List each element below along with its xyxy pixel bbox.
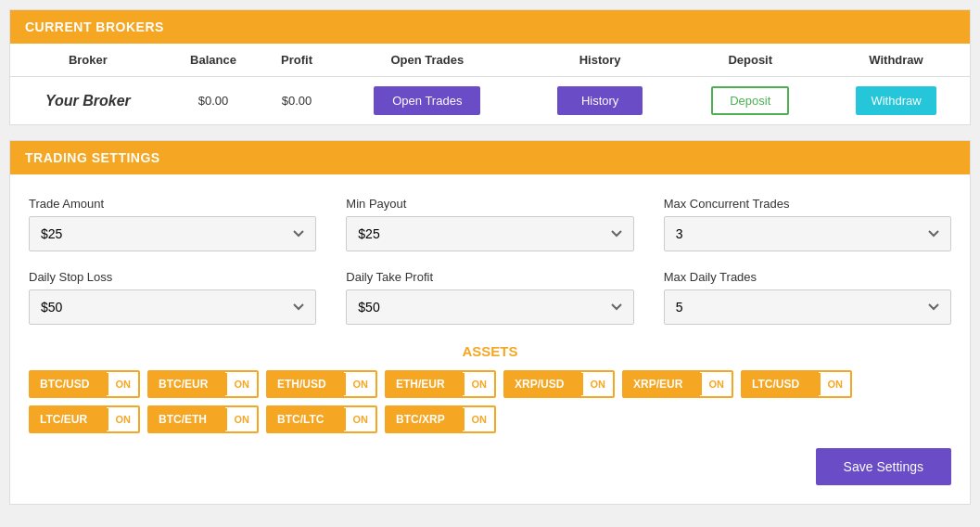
table-row: Your Broker $0.00 $0.00 Open Trades Hist…	[10, 77, 970, 125]
trading-settings-header: TRADING SETTINGS	[10, 141, 970, 174]
asset-label: ETH/EUR	[387, 372, 463, 396]
asset-item: XRP/USDON	[503, 370, 615, 398]
trade-amount-label: Trade Amount	[29, 197, 316, 211]
daily-stop-loss-label: Daily Stop Loss	[29, 270, 316, 284]
col-deposit: Deposit	[678, 44, 822, 77]
asset-label: BTC/ETH	[149, 407, 225, 431]
trading-settings-title: TRADING SETTINGS	[25, 150, 160, 165]
asset-toggle-button[interactable]: ON	[225, 408, 258, 431]
assets-grid: BTC/USDONBTC/EURONETH/USDONETH/EURONXRP/…	[29, 370, 951, 433]
broker-profit: $0.00	[282, 94, 312, 108]
min-payout-label: Min Payout	[346, 197, 633, 211]
asset-item: BTC/XRPON	[385, 405, 496, 433]
asset-toggle-button[interactable]: ON	[107, 408, 139, 431]
asset-item: LTC/EURON	[29, 405, 140, 433]
max-daily-trades-select[interactable]: 1 2 3 5 10 20	[664, 289, 951, 325]
col-open-trades: Open Trades	[333, 44, 522, 77]
daily-stop-loss-select[interactable]: $10 $25 $50 $100 $200	[29, 289, 316, 325]
max-daily-trades-field: Max Daily Trades 1 2 3 5 10 20	[664, 270, 951, 325]
asset-item: BTC/LTCON	[266, 405, 377, 433]
max-concurrent-trades-field: Max Concurrent Trades 1 2 3 4 5 10	[664, 197, 951, 251]
col-balance: Balance	[166, 44, 261, 77]
trading-settings-section: TRADING SETTINGS Trade Amount $5 $10 $25…	[9, 140, 971, 505]
max-daily-trades-label: Max Daily Trades	[664, 270, 951, 284]
asset-label: BTC/EUR	[149, 372, 225, 396]
asset-label: BTC/USD	[31, 372, 107, 396]
asset-label: BTC/XRP	[387, 407, 463, 431]
col-profit: Profit	[261, 44, 333, 77]
settings-row-2: Daily Stop Loss $10 $25 $50 $100 $200 Da…	[29, 270, 951, 325]
asset-item: BTC/ETHON	[147, 405, 259, 433]
open-trades-button[interactable]: Open Trades	[374, 86, 480, 115]
asset-toggle-button[interactable]: ON	[819, 373, 851, 395]
current-brokers-title: CURRENT BROKERS	[25, 19, 164, 34]
current-brokers-header: CURRENT BROKERS	[10, 10, 970, 44]
assets-section: ASSETS BTC/USDONBTC/EURONETH/USDONETH/EU…	[29, 343, 951, 433]
asset-label: XRP/USD	[505, 372, 581, 396]
daily-take-profit-field: Daily Take Profit $10 $25 $50 $100 $200	[346, 270, 633, 325]
broker-name: Your Broker	[45, 93, 131, 109]
asset-label: LTC/USD	[743, 372, 819, 396]
broker-table: Broker Balance Profit Open Trades Histor…	[10, 44, 970, 124]
save-settings-button[interactable]: Save Settings	[816, 448, 951, 485]
broker-balance: $0.00	[198, 94, 229, 108]
asset-label: BTC/LTC	[268, 407, 344, 431]
asset-label: ETH/USD	[268, 372, 344, 396]
max-concurrent-trades-label: Max Concurrent Trades	[664, 197, 951, 211]
asset-toggle-button[interactable]: ON	[463, 408, 495, 431]
withdraw-button[interactable]: Withdraw	[856, 86, 935, 115]
min-payout-select[interactable]: $5 $10 $25 $50 $100	[346, 216, 633, 251]
asset-toggle-button[interactable]: ON	[107, 373, 139, 395]
history-button[interactable]: History	[557, 86, 643, 115]
asset-toggle-button[interactable]: ON	[581, 373, 614, 395]
daily-take-profit-label: Daily Take Profit	[346, 270, 633, 284]
daily-take-profit-select[interactable]: $10 $25 $50 $100 $200	[346, 289, 633, 325]
asset-item: BTC/USDON	[29, 370, 140, 398]
trade-amount-field: Trade Amount $5 $10 $25 $50 $100	[29, 197, 316, 251]
daily-stop-loss-field: Daily Stop Loss $10 $25 $50 $100 $200	[29, 270, 316, 325]
asset-toggle-button[interactable]: ON	[463, 373, 495, 395]
asset-item: ETH/USDON	[266, 370, 377, 398]
asset-item: LTC/USDON	[741, 370, 852, 398]
assets-title: ASSETS	[29, 343, 951, 359]
min-payout-field: Min Payout $5 $10 $25 $50 $100	[346, 197, 633, 251]
settings-row-1: Trade Amount $5 $10 $25 $50 $100 Min Pay…	[29, 197, 951, 251]
trade-amount-select[interactable]: $5 $10 $25 $50 $100	[29, 216, 316, 251]
asset-label: XRP/EUR	[624, 372, 700, 396]
current-brokers-section: CURRENT BROKERS Broker Balance Profit Op…	[9, 9, 971, 125]
col-withdraw: Withdraw	[822, 44, 970, 77]
max-concurrent-trades-select[interactable]: 1 2 3 4 5 10	[664, 216, 951, 251]
trading-settings-body: Trade Amount $5 $10 $25 $50 $100 Min Pay…	[10, 174, 970, 504]
col-history: History	[522, 44, 679, 77]
asset-toggle-button[interactable]: ON	[344, 408, 376, 431]
save-row: Save Settings	[29, 448, 951, 485]
asset-item: XRP/EURON	[622, 370, 733, 398]
asset-label: LTC/EUR	[31, 407, 107, 431]
asset-toggle-button[interactable]: ON	[344, 373, 376, 395]
asset-toggle-button[interactable]: ON	[700, 373, 732, 395]
asset-item: BTC/EURON	[147, 370, 259, 398]
deposit-button[interactable]: Deposit	[711, 86, 789, 115]
col-broker: Broker	[10, 44, 166, 77]
asset-item: ETH/EURON	[385, 370, 496, 398]
asset-toggle-button[interactable]: ON	[225, 373, 258, 395]
